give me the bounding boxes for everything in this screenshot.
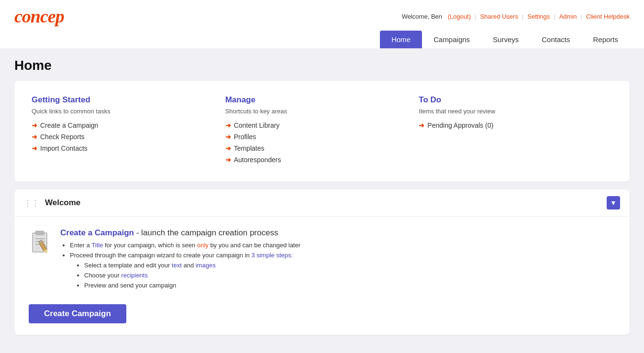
- bullet-1: Enter a Title for your campaign, which i…: [70, 242, 300, 249]
- welcome-text: Welcome, Ben: [402, 13, 442, 20]
- getting-started-section: Getting Started Quick links to common ta…: [32, 95, 225, 167]
- drag-handle-icon[interactable]: ⋮⋮: [24, 199, 39, 208]
- arrow-icon: ➜: [225, 156, 231, 164]
- settings-link[interactable]: Settings: [527, 13, 550, 20]
- admin-link[interactable]: Admin: [559, 13, 577, 20]
- link-check-reports[interactable]: ➜ Check Reports: [32, 133, 216, 141]
- nav-campaigns[interactable]: Campaigns: [422, 31, 481, 48]
- arrow-icon: ➜: [32, 144, 37, 152]
- campaign-link[interactable]: Create a Campaign: [60, 228, 134, 237]
- bullet-2: Proceed through the campaign wizard to c…: [70, 252, 300, 289]
- link-create-campaign[interactable]: ➜ Create a Campaign: [32, 121, 216, 129]
- manage-subtitle: Shortcuts to key areas: [225, 108, 410, 115]
- manage-section: Manage Shortcuts to key areas ➜ Content …: [225, 95, 419, 167]
- shared-users-link[interactable]: Shared Users: [480, 13, 518, 20]
- svg-rect-1: [35, 231, 44, 235]
- logout-link[interactable]: (Logout): [448, 13, 471, 20]
- link-pending-approvals[interactable]: ➜ Pending Approvals (0): [419, 121, 603, 129]
- nav-home[interactable]: Home: [380, 31, 422, 48]
- arrow-icon: ➜: [225, 121, 231, 129]
- nav-surveys[interactable]: Surveys: [481, 31, 530, 48]
- nav-reports[interactable]: Reports: [581, 31, 630, 48]
- client-helpdesk-link[interactable]: Client Helpdesk: [586, 13, 630, 20]
- arrow-icon: ➜: [32, 133, 37, 141]
- page-title: Home: [14, 58, 630, 73]
- todo-section: To Do Items that need your review ➜ Pend…: [419, 95, 612, 167]
- welcome-widget: ⋮⋮ Welcome ▼: [14, 189, 630, 335]
- todo-title: To Do: [419, 95, 603, 105]
- getting-started-subtitle: Quick links to common tasks: [32, 108, 216, 115]
- step-1: Select a template and edit your text and…: [84, 262, 300, 269]
- logo[interactable]: concep: [14, 6, 64, 27]
- campaign-headline: Create a Campaign - launch the campaign …: [60, 228, 300, 238]
- welcome-widget-title: Welcome: [45, 198, 80, 208]
- link-templates[interactable]: ➜ Templates: [225, 144, 410, 152]
- collapse-button[interactable]: ▼: [607, 196, 620, 210]
- arrow-icon: ➜: [32, 121, 37, 129]
- getting-started-title: Getting Started: [32, 95, 216, 105]
- link-content-library[interactable]: ➜ Content Library: [225, 121, 410, 129]
- arrow-icon: ➜: [225, 144, 231, 152]
- step-2: Choose your recipients: [84, 272, 300, 279]
- todo-subtitle: Items that need your review: [419, 108, 603, 115]
- arrow-icon: ➜: [419, 121, 424, 129]
- quicklinks-card: Getting Started Quick links to common ta…: [14, 81, 630, 182]
- manage-title: Manage: [225, 95, 410, 105]
- nav-contacts[interactable]: Contacts: [530, 31, 581, 48]
- arrow-icon: ➜: [225, 133, 231, 141]
- link-profiles[interactable]: ➜ Profiles: [225, 133, 410, 141]
- link-import-contacts[interactable]: ➜ Import Contacts: [32, 144, 216, 152]
- pencil-icon: [29, 230, 53, 260]
- link-autoresponders[interactable]: ➜ Autoresponders: [225, 156, 410, 164]
- create-campaign-button[interactable]: Create Campaign: [29, 304, 126, 323]
- step-3: Preview and send your campaign: [84, 282, 300, 289]
